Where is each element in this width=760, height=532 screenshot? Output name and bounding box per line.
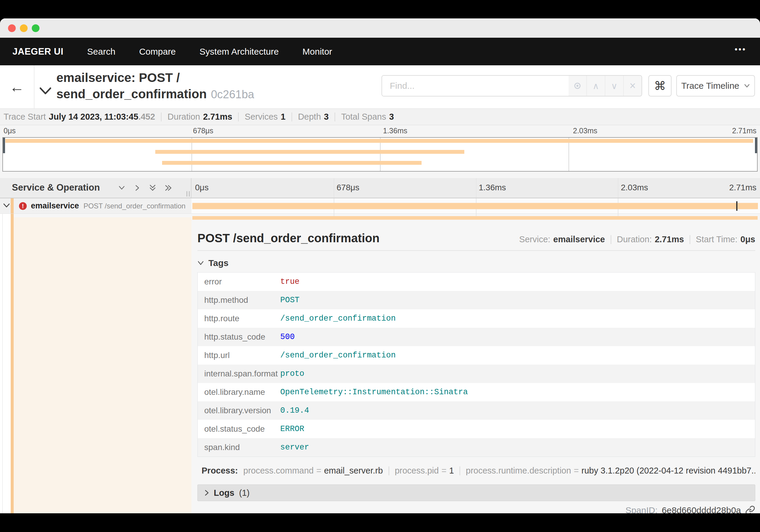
summary-value: July 14 2023, 11:03:45: [49, 112, 138, 122]
collapse-one-icon[interactable]: [117, 183, 126, 192]
expand-one-icon[interactable]: [133, 183, 142, 192]
trace-title-line2: send_order_confirmation: [56, 87, 207, 101]
tag-key: otel.library.version: [204, 406, 280, 415]
link-icon[interactable]: [745, 505, 755, 513]
span-detail-left-panel: [14, 217, 191, 513]
minimize-window-button[interactable]: [20, 24, 27, 32]
tag-value: OpenTelemetry::Instrumentation::Sinatra: [280, 388, 468, 397]
timeline-tick: 2.03ms: [573, 126, 597, 135]
summary-label: Depth: [298, 112, 321, 122]
screen: JAEGER UI SearchCompareSystem Architectu…: [0, 0, 760, 532]
trace-title: emailservice: POST / send_order_confirma…: [56, 70, 254, 103]
tag-key: http.status_code: [204, 332, 280, 342]
close-window-button[interactable]: [8, 24, 16, 32]
span-meta-label: Start Time:: [696, 234, 737, 244]
find-prev-icon[interactable]: ∧: [586, 76, 605, 96]
span-duration-bar[interactable]: [192, 203, 758, 209]
span-row-label[interactable]: ! emailservice POST /send_order_confirma…: [0, 198, 191, 214]
tag-key: http.method: [204, 295, 280, 305]
separator: [389, 466, 389, 475]
span-detail-row: POST /send_order_confirmation Service:em…: [0, 214, 760, 513]
span-operation-name[interactable]: POST /send_order_confirmation: [83, 202, 186, 210]
span-collapse-chevron-icon[interactable]: [3, 203, 10, 209]
minimap-right-scrubber[interactable]: [755, 138, 757, 153]
equals-sign: =: [574, 466, 579, 476]
find-next-icon[interactable]: ∨: [605, 76, 623, 96]
process-tag-key: process.pid: [395, 466, 439, 476]
span-color-accent: [11, 214, 14, 513]
tag-value: POST: [280, 296, 300, 305]
tag-key: http.url: [204, 351, 280, 360]
trace-header: ← emailservice: POST / send_order_confir…: [0, 65, 760, 108]
find-controls: ∧ ∨ ×: [569, 76, 641, 96]
span-id-label: SpanID:: [626, 505, 658, 513]
expand-all-icon[interactable]: [164, 183, 172, 192]
tag-value: server: [280, 443, 309, 452]
summary-value-suffix: .452: [138, 112, 155, 122]
tags-section-header[interactable]: Tags: [197, 258, 755, 268]
tag-value: proto: [280, 369, 304, 378]
collapse-all-icon[interactable]: [148, 183, 157, 192]
span-log-marker[interactable]: [736, 201, 737, 211]
zoom-window-button[interactable]: [32, 24, 39, 32]
span-service-name[interactable]: emailservice: [31, 201, 79, 211]
minimap-span-bar: [5, 139, 753, 143]
span-row[interactable]: ! emailservice POST /send_order_confirma…: [0, 198, 760, 214]
back-button[interactable]: ←: [0, 65, 34, 108]
tag-row: errortrue: [198, 272, 755, 291]
span-tree-rail: [0, 214, 11, 513]
nav-item-compare[interactable]: Compare: [139, 47, 176, 57]
separator: [238, 113, 239, 121]
tag-row: http.route/send_order_confirmation: [198, 309, 755, 328]
summary-label: Duration: [167, 112, 200, 122]
find-input[interactable]: [382, 76, 569, 96]
minimap-left-scrubber[interactable]: [3, 138, 5, 153]
find-clear-icon[interactable]: ×: [623, 76, 641, 96]
column-resize-handle[interactable]: [186, 191, 190, 197]
summary-label: Services: [245, 112, 278, 122]
nav-item-system-architecture[interactable]: System Architecture: [200, 47, 279, 57]
separator: [335, 113, 335, 121]
summary-label: Trace Start: [4, 112, 46, 122]
tag-row: http.methodPOST: [198, 291, 755, 309]
summary-value: 2.71ms: [203, 112, 232, 122]
process-tag-value: ruby 3.1.2p20 (2022-04-12 revision 4491b…: [582, 466, 755, 476]
timeline-tick: 0μs: [4, 126, 16, 135]
tag-row: internal.span.formatproto: [198, 364, 755, 383]
span-detail-title: POST /send_order_confirmation: [197, 231, 379, 245]
chevron-down-icon: [744, 84, 750, 88]
minimap-span-bar: [155, 150, 464, 154]
trace-view-selector[interactable]: Trace Timeline: [676, 75, 755, 96]
nav-item-monitor[interactable]: Monitor: [303, 47, 332, 57]
separator: [689, 235, 690, 244]
span-detail-card: POST /send_order_confirmation Service:em…: [197, 226, 755, 501]
span-color-accent: [11, 198, 14, 214]
timeline-tick: 2.03ms: [621, 183, 648, 192]
divider: [197, 250, 755, 251]
tag-key: span.kind: [204, 443, 280, 452]
trace-summary-bar: Trace StartJuly 14 2023, 11:03:45.452Dur…: [0, 108, 760, 125]
process-section-header[interactable]: Process: process.command=email_server.rb…: [197, 466, 755, 476]
back-arrow-icon: ←: [10, 79, 24, 94]
minimap-canvas[interactable]: [2, 137, 758, 171]
gridline-strip: [191, 214, 760, 216]
span-meta-value: emailservice: [553, 234, 605, 244]
jaeger-logo[interactable]: JAEGER UI: [13, 46, 64, 57]
tags-section-label: Tags: [209, 258, 229, 268]
locate-icon[interactable]: [569, 76, 586, 96]
collapse-trace-chevron-icon[interactable]: [39, 87, 52, 96]
separator: [161, 113, 162, 121]
nav-item-search[interactable]: Search: [87, 47, 116, 57]
span-row-timeline[interactable]: [191, 198, 760, 214]
tag-row: span.kindserver: [198, 438, 755, 457]
summary-label: Total Spans: [341, 112, 386, 122]
tag-row: http.url/send_order_confirmation: [198, 346, 755, 364]
tag-value: 500: [280, 332, 295, 341]
logs-section-header[interactable]: Logs (1): [197, 485, 755, 501]
span-id-value: 6e8d660dddd28b0a: [662, 505, 741, 513]
span-detail-meta: Service:emailserviceDuration:2.71msStart…: [519, 234, 755, 244]
keyboard-shortcuts-button[interactable]: ⌘: [648, 75, 672, 96]
tag-row: otel.library.nameOpenTelemetry::Instrume…: [198, 383, 755, 401]
overflow-menu-icon[interactable]: •••: [735, 45, 746, 54]
summary-value: 1: [281, 112, 286, 122]
